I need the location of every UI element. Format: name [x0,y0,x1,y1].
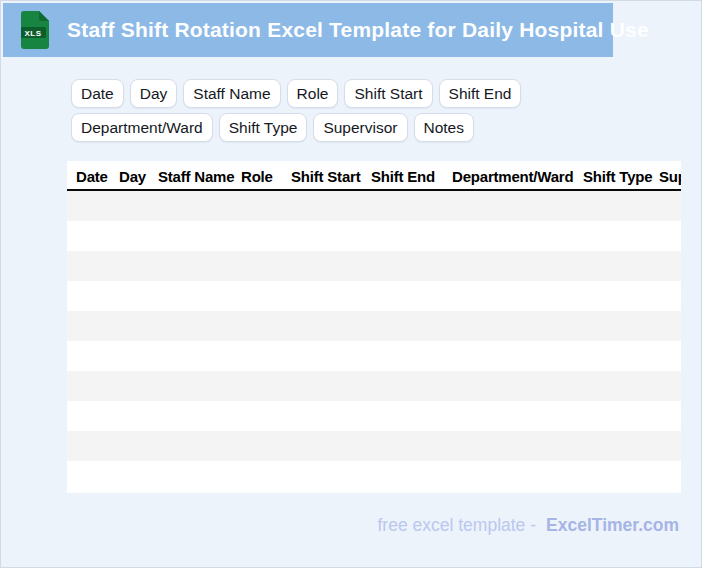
table-row [67,221,681,251]
table-row [67,191,681,221]
xls-icon-label: XLS [24,29,41,38]
spreadsheet-preview: Date Day Staff Name Role Shift Start Shi… [67,161,681,493]
field-chip-notes[interactable]: Notes [414,113,475,142]
field-chips: Date Day Staff Name Role Shift Start Shi… [71,79,651,142]
column-header-date: Date [76,161,108,191]
column-header-department-ward: Department/Ward [452,161,573,191]
field-chip-supervisor[interactable]: Supervisor [313,113,407,142]
column-header-staff-name: Staff Name [158,161,234,191]
column-header-shift-start: Shift Start [291,161,360,191]
field-chip-shift-start[interactable]: Shift Start [344,79,432,108]
footer-credit: free excel template - ExcelTimer.com [378,512,680,538]
table-row [67,371,681,401]
field-chip-shift-type[interactable]: Shift Type [219,113,308,142]
field-chip-day[interactable]: Day [130,79,178,108]
brand-link[interactable]: ExcelTimer.com [546,515,679,536]
field-chip-date[interactable]: Date [71,79,124,108]
table-row [67,401,681,431]
xls-file-icon: XLS [21,11,49,49]
table-row [67,341,681,371]
table-row [67,431,681,461]
table-row [67,281,681,311]
field-chip-role[interactable]: Role [287,79,339,108]
table-row [67,311,681,341]
column-header-shift-type: Shift Type [583,161,652,191]
column-header-day: Day [119,161,146,191]
field-chip-shift-end[interactable]: Shift End [439,79,522,108]
table-row [67,251,681,281]
table-row [67,461,681,491]
table-body [67,191,681,491]
column-header-shift-end: Shift End [371,161,435,191]
page-title: Staff Shift Rotation Excel Template for … [67,3,649,57]
field-chip-staff-name[interactable]: Staff Name [183,79,280,108]
template-preview-canvas: XLS Staff Shift Rotation Excel Template … [0,0,702,568]
column-header-role: Role [241,161,273,191]
field-chip-department-ward[interactable]: Department/Ward [71,113,213,142]
footer-text: free excel template - [378,515,537,536]
column-header-supervisor: Supervisor [659,161,681,191]
header-bar: XLS Staff Shift Rotation Excel Template … [3,3,613,57]
table-header-row: Date Day Staff Name Role Shift Start Shi… [67,161,681,191]
